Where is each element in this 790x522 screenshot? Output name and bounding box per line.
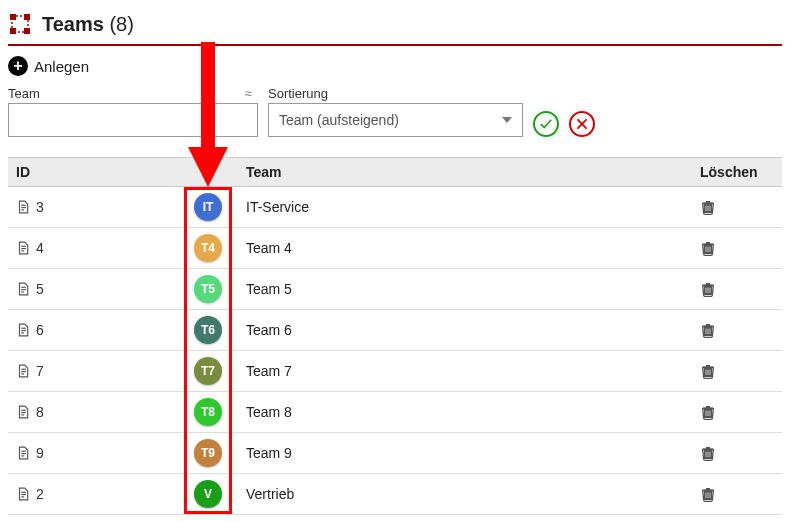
table-row[interactable]: 8T8Team 8 bbox=[8, 392, 782, 433]
delete-button[interactable] bbox=[700, 363, 774, 379]
document-icon bbox=[16, 364, 30, 378]
team-name: Team 9 bbox=[246, 445, 292, 461]
team-badge: T7 bbox=[194, 357, 222, 385]
table-row[interactable]: 9T9Team 9 bbox=[8, 433, 782, 474]
svg-rect-39 bbox=[703, 325, 714, 326]
table-row[interactable]: 7T7Team 7 bbox=[8, 351, 782, 392]
chevron-down-icon bbox=[502, 117, 512, 123]
document-icon bbox=[16, 323, 30, 337]
delete-button[interactable] bbox=[700, 486, 774, 502]
delete-button[interactable] bbox=[700, 404, 774, 420]
document-icon bbox=[16, 241, 30, 255]
svg-rect-12 bbox=[703, 202, 714, 203]
team-badge: V bbox=[194, 480, 222, 508]
table-row[interactable]: 2VVertrieb bbox=[8, 474, 782, 515]
col-header-team[interactable]: Team bbox=[238, 158, 692, 187]
teams-table: ID Team Löschen 3ITIT-Service4T4Team 45T… bbox=[8, 157, 782, 515]
team-filter-input[interactable] bbox=[8, 103, 258, 137]
row-id: 6 bbox=[36, 322, 44, 338]
team-name: Vertrieb bbox=[246, 486, 294, 502]
svg-rect-48 bbox=[703, 366, 714, 367]
delete-button[interactable] bbox=[700, 199, 774, 215]
team-badge: T8 bbox=[194, 398, 222, 426]
delete-button[interactable] bbox=[700, 445, 774, 461]
filter-row: Team ≈ Sortierung Team (aufsteigend) bbox=[8, 86, 782, 151]
sort-select[interactable]: Team (aufsteigend) bbox=[268, 103, 523, 137]
title-count: (8) bbox=[109, 13, 133, 35]
document-icon bbox=[16, 487, 30, 501]
team-name: Team 4 bbox=[246, 240, 292, 256]
title-text: Teams bbox=[42, 13, 104, 35]
team-name: IT-Service bbox=[246, 199, 309, 215]
team-name: Team 6 bbox=[246, 322, 292, 338]
svg-rect-3 bbox=[24, 28, 30, 34]
svg-rect-21 bbox=[703, 243, 714, 244]
col-header-delete: Löschen bbox=[692, 158, 782, 187]
table-row[interactable]: 5T5Team 5 bbox=[8, 269, 782, 310]
row-id: 9 bbox=[36, 445, 44, 461]
svg-rect-57 bbox=[703, 407, 714, 408]
svg-rect-75 bbox=[703, 489, 714, 490]
row-id: 4 bbox=[36, 240, 44, 256]
row-id: 8 bbox=[36, 404, 44, 420]
create-button[interactable]: Anlegen bbox=[34, 58, 89, 75]
col-header-badge bbox=[178, 158, 238, 187]
row-id: 7 bbox=[36, 363, 44, 379]
team-badge: IT bbox=[194, 193, 222, 221]
page-header: Teams (8) bbox=[8, 8, 782, 46]
row-id: 2 bbox=[36, 486, 44, 502]
team-filter-label: Team bbox=[8, 86, 40, 101]
team-filter-field: Team ≈ bbox=[8, 86, 258, 137]
sort-field: Sortierung Team (aufsteigend) bbox=[268, 86, 523, 137]
table-header-row: ID Team Löschen bbox=[8, 158, 782, 187]
document-icon bbox=[16, 405, 30, 419]
table-row[interactable]: 4T4Team 4 bbox=[8, 228, 782, 269]
team-name: Team 5 bbox=[246, 281, 292, 297]
app-icon bbox=[8, 12, 32, 36]
table-row[interactable]: 6T6Team 6 bbox=[8, 310, 782, 351]
sort-label: Sortierung bbox=[268, 86, 328, 101]
svg-rect-1 bbox=[24, 14, 30, 20]
row-id: 5 bbox=[36, 281, 44, 297]
document-icon bbox=[16, 282, 30, 296]
svg-rect-30 bbox=[703, 284, 714, 285]
delete-button[interactable] bbox=[700, 322, 774, 338]
col-header-id[interactable]: ID bbox=[8, 158, 178, 187]
row-id: 3 bbox=[36, 199, 44, 215]
team-badge: T6 bbox=[194, 316, 222, 344]
delete-button[interactable] bbox=[700, 240, 774, 256]
team-name: Team 7 bbox=[246, 363, 292, 379]
document-icon bbox=[16, 200, 30, 214]
toolbar: + Anlegen bbox=[8, 46, 782, 86]
filter-apply-button[interactable] bbox=[533, 111, 559, 137]
page-title: Teams (8) bbox=[42, 13, 134, 36]
team-name: Team 8 bbox=[246, 404, 292, 420]
team-badge: T4 bbox=[194, 234, 222, 262]
document-icon bbox=[16, 446, 30, 460]
svg-rect-66 bbox=[703, 448, 714, 449]
approx-icon: ≈ bbox=[245, 86, 258, 101]
team-badge: T5 bbox=[194, 275, 222, 303]
svg-rect-2 bbox=[10, 28, 16, 34]
team-badge: T9 bbox=[194, 439, 222, 467]
plus-icon[interactable]: + bbox=[8, 56, 28, 76]
delete-button[interactable] bbox=[700, 281, 774, 297]
table-row[interactable]: 3ITIT-Service bbox=[8, 187, 782, 228]
svg-rect-0 bbox=[10, 14, 16, 20]
sort-selected-value: Team (aufsteigend) bbox=[279, 112, 399, 128]
filter-clear-button[interactable] bbox=[569, 111, 595, 137]
